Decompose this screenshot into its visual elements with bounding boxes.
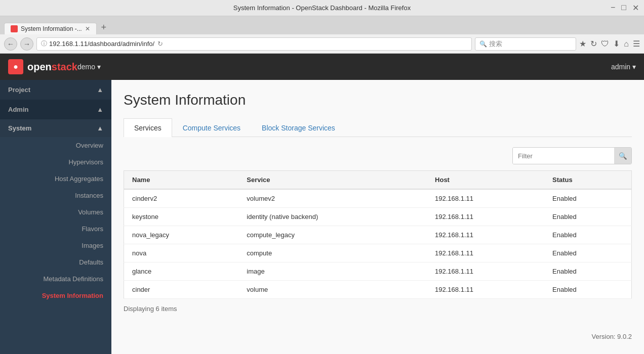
sidebar-item-flavors[interactable]: Flavors [0, 220, 111, 237]
browser-tabbar: System Information -... ✕ + [0, 16, 644, 34]
new-tab-button[interactable]: + [97, 20, 111, 34]
cell-service: identity (native backend) [238, 208, 427, 226]
cell-host: 192.168.1.11 [427, 281, 544, 299]
tab-services[interactable]: Services [124, 118, 172, 137]
table-row: glanceimage192.168.1.11Enabled [124, 262, 632, 281]
cell-host: 192.168.1.11 [427, 208, 544, 226]
tabs-bar: Services Compute Services Block Storage … [124, 118, 632, 137]
tab-close-button[interactable]: ✕ [85, 25, 90, 32]
tab-label: System Information -... [21, 25, 82, 32]
minimize-icon[interactable]: − [611, 3, 615, 13]
cell-name: cinderv2 [124, 189, 239, 208]
bookmark-icon[interactable]: ★ [579, 39, 586, 49]
col-header-host: Host [427, 171, 544, 190]
admin-dropdown-button[interactable]: admin ▾ [611, 63, 636, 71]
download-icon[interactable]: ⬇ [613, 39, 620, 49]
project-dropdown-button[interactable]: demo ▾ [77, 63, 101, 71]
tab-favicon [11, 25, 18, 32]
version-info: Version: 9.0.2 [124, 333, 632, 340]
sidebar-item-volumes[interactable]: Volumes [0, 204, 111, 220]
cell-status: Enabled [544, 189, 631, 208]
forward-button[interactable]: → [20, 37, 33, 51]
filter-bar: 🔍 [124, 147, 632, 164]
sidebar-item-hypervisors[interactable]: Hypervisors [0, 154, 111, 170]
cell-status: Enabled [544, 281, 631, 299]
sidebar-admin-label: Admin [8, 106, 28, 113]
sidebar-system-label: System [8, 124, 31, 132]
cell-service: compute [238, 244, 427, 262]
sidebar-item-instances[interactable]: Instances [0, 187, 111, 204]
tab-compute-services[interactable]: Compute Services [172, 118, 251, 137]
sidebar-item-images[interactable]: Images [0, 237, 111, 254]
tab-block-storage-services[interactable]: Block Storage Services [251, 118, 346, 137]
browser-titlebar: System Information - OpenStack Dashboard… [0, 0, 644, 16]
browser-title: System Information - OpenStack Dashboard… [233, 4, 411, 12]
cell-service: volumev2 [238, 189, 427, 208]
services-table: Name Service Host Status cinderv2volumev… [124, 170, 632, 299]
cell-service: volume [238, 281, 427, 299]
col-header-name: Name [124, 171, 239, 190]
sidebar-section-admin[interactable]: Admin ▲ [0, 100, 111, 119]
cell-name: keystone [124, 208, 239, 226]
filter-input[interactable] [513, 148, 614, 164]
filter-search-button[interactable]: 🔍 [614, 148, 631, 164]
app-logo: ● openstack [8, 59, 77, 74]
maximize-icon[interactable]: □ [621, 3, 626, 13]
cell-host: 192.168.1.11 [427, 189, 544, 208]
col-header-status: Status [544, 171, 631, 190]
refresh-icon[interactable]: ↻ [590, 39, 597, 49]
sidebar-item-host-aggregates[interactable]: Host Aggregates [0, 170, 111, 187]
chevron-up-icon-system: ▲ [97, 124, 103, 132]
cell-host: 192.168.1.11 [427, 262, 544, 281]
browser-window-controls[interactable]: − □ ✕ [611, 3, 639, 13]
table-row: keystoneidentity (native backend)192.168… [124, 208, 632, 226]
cell-service: compute_legacy [238, 226, 427, 244]
info-icon: ⓘ [41, 39, 47, 48]
table-row: cinderv2volumev2192.168.1.11Enabled [124, 189, 632, 208]
browser-toolbar-icons: ★ ↻ 🛡 ⬇ ⌂ ☰ [579, 39, 640, 49]
reload-button[interactable]: ↻ [157, 40, 163, 48]
search-icon: 🔍 [479, 40, 487, 48]
sidebar-section-project[interactable]: Project ▲ [0, 80, 111, 100]
table-row: nova_legacycompute_legacy192.168.1.11Ena… [124, 226, 632, 244]
app-logo-text: openstack [27, 61, 77, 73]
cell-name: glance [124, 262, 239, 281]
cell-host: 192.168.1.11 [427, 226, 544, 244]
home-icon[interactable]: ⌂ [624, 39, 629, 49]
app-body: Project ▲ Admin ▲ System ▲ Overview Hype… [0, 80, 644, 354]
sidebar-item-overview[interactable]: Overview [0, 137, 111, 154]
url-text: 192.168.1.11/dashboard/admin/info/ [49, 40, 154, 48]
back-button[interactable]: ← [4, 37, 17, 51]
sidebar-project-label: Project [8, 86, 30, 94]
cell-name: nova_legacy [124, 226, 239, 244]
cell-status: Enabled [544, 208, 631, 226]
menu-icon[interactable]: ☰ [633, 39, 640, 49]
sidebar: Project ▲ Admin ▲ System ▲ Overview Hype… [0, 80, 111, 354]
sidebar-section-system[interactable]: System ▲ [0, 119, 111, 137]
cell-status: Enabled [544, 226, 631, 244]
shield-icon[interactable]: 🛡 [601, 39, 609, 49]
openstack-logo-icon: ● [8, 59, 23, 74]
close-icon[interactable]: ✕ [632, 3, 639, 13]
url-bar[interactable]: ⓘ 192.168.1.11/dashboard/admin/info/ ↻ [36, 37, 472, 51]
app-header: ● openstack demo ▾ admin ▾ [0, 54, 644, 80]
filter-input-wrap: 🔍 [512, 147, 632, 164]
displaying-count: Displaying 6 items [124, 305, 632, 313]
table-row: novacompute192.168.1.11Enabled [124, 244, 632, 262]
browser-addressbar: ← → ⓘ 192.168.1.11/dashboard/admin/info/… [0, 34, 644, 54]
page-title: System Information [124, 92, 632, 108]
browser-tab-active[interactable]: System Information -... ✕ [4, 23, 97, 34]
sidebar-item-metadata-definitions[interactable]: Metadata Definitions [0, 271, 111, 287]
main-content: System Information Services Compute Serv… [111, 80, 644, 354]
cell-name: nova [124, 244, 239, 262]
cell-name: cinder [124, 281, 239, 299]
table-header-row: Name Service Host Status [124, 171, 632, 190]
cell-status: Enabled [544, 244, 631, 262]
chevron-up-icon-admin: ▲ [97, 106, 103, 113]
cell-status: Enabled [544, 262, 631, 281]
sidebar-item-system-information[interactable]: System Information [0, 287, 111, 304]
table-row: cindervolume192.168.1.11Enabled [124, 281, 632, 299]
chevron-up-icon: ▲ [97, 86, 103, 94]
sidebar-item-defaults[interactable]: Defaults [0, 254, 111, 271]
browser-search-input[interactable]: 🔍 搜索 [475, 37, 576, 51]
